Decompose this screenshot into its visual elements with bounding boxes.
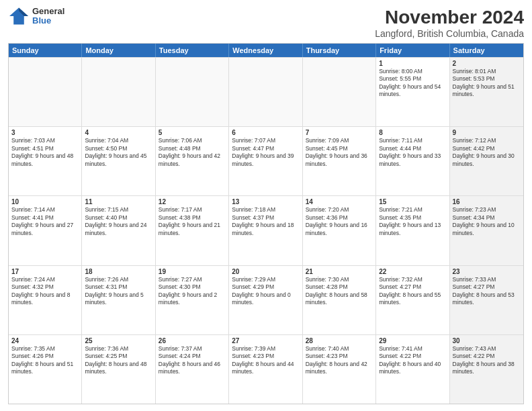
day-info: Sunrise: 7:21 AM Sunset: 4:35 PM Dayligh…	[379, 206, 446, 237]
header: General Blue November 2024 Langford, Bri…	[8, 7, 524, 39]
calendar-cell: 14Sunrise: 7:20 AM Sunset: 4:36 PM Dayli…	[303, 196, 376, 265]
day-info: Sunrise: 7:23 AM Sunset: 4:34 PM Dayligh…	[453, 206, 521, 237]
calendar-cell: 16Sunrise: 7:23 AM Sunset: 4:34 PM Dayli…	[450, 196, 523, 265]
calendar-cell: 1Sunrise: 8:00 AM Sunset: 5:55 PM Daylig…	[376, 58, 449, 126]
calendar-cell: 17Sunrise: 7:24 AM Sunset: 4:32 PM Dayli…	[9, 266, 82, 334]
day-number: 16	[453, 198, 521, 205]
day-info: Sunrise: 7:07 AM Sunset: 4:47 PM Dayligh…	[232, 137, 299, 168]
day-number: 15	[379, 198, 446, 205]
calendar-cell: 19Sunrise: 7:27 AM Sunset: 4:30 PM Dayli…	[156, 266, 229, 334]
day-info: Sunrise: 7:03 AM Sunset: 4:51 PM Dayligh…	[11, 137, 79, 168]
calendar-cell: 13Sunrise: 7:18 AM Sunset: 4:37 PM Dayli…	[229, 196, 302, 265]
cal-header-cell: Monday	[82, 44, 155, 57]
calendar-cell: 22Sunrise: 7:32 AM Sunset: 4:27 PM Dayli…	[376, 266, 449, 334]
day-info: Sunrise: 7:35 AM Sunset: 4:26 PM Dayligh…	[11, 345, 79, 376]
calendar-body: 1Sunrise: 8:00 AM Sunset: 5:55 PM Daylig…	[9, 57, 523, 404]
logo: General Blue	[8, 7, 64, 26]
calendar-header: SundayMondayTuesdayWednesdayThursdayFrid…	[9, 44, 523, 57]
day-info: Sunrise: 7:39 AM Sunset: 4:23 PM Dayligh…	[232, 345, 299, 376]
calendar-row: 17Sunrise: 7:24 AM Sunset: 4:32 PM Dayli…	[9, 265, 523, 334]
calendar-row: 10Sunrise: 7:14 AM Sunset: 4:41 PM Dayli…	[9, 195, 523, 265]
calendar-cell: 2Sunrise: 8:01 AM Sunset: 5:53 PM Daylig…	[450, 58, 523, 126]
day-info: Sunrise: 7:14 AM Sunset: 4:41 PM Dayligh…	[11, 206, 79, 237]
day-info: Sunrise: 7:20 AM Sunset: 4:36 PM Dayligh…	[306, 206, 373, 237]
calendar-cell: 6Sunrise: 7:07 AM Sunset: 4:47 PM Daylig…	[229, 127, 302, 195]
logo-blue: Blue	[32, 16, 64, 26]
calendar-cell: 12Sunrise: 7:17 AM Sunset: 4:38 PM Dayli…	[156, 196, 229, 265]
logo-general: General	[32, 7, 64, 16]
calendar-cell	[303, 58, 376, 126]
day-number: 3	[11, 129, 79, 136]
day-number: 28	[306, 337, 373, 345]
title-block: November 2024 Langford, British Columbia…	[375, 7, 524, 39]
calendar-cell: 9Sunrise: 7:12 AM Sunset: 4:42 PM Daylig…	[450, 127, 523, 195]
calendar-cell: 18Sunrise: 7:26 AM Sunset: 4:31 PM Dayli…	[82, 266, 155, 334]
calendar-cell	[229, 58, 302, 126]
day-number: 19	[159, 268, 226, 275]
calendar-row: 24Sunrise: 7:35 AM Sunset: 4:26 PM Dayli…	[9, 334, 523, 404]
calendar-cell: 11Sunrise: 7:15 AM Sunset: 4:40 PM Dayli…	[82, 196, 155, 265]
day-number: 13	[232, 198, 299, 205]
calendar-cell: 3Sunrise: 7:03 AM Sunset: 4:51 PM Daylig…	[9, 127, 82, 195]
day-number: 24	[11, 337, 79, 345]
day-info: Sunrise: 7:29 AM Sunset: 4:29 PM Dayligh…	[232, 276, 299, 307]
day-number: 12	[159, 198, 226, 205]
day-info: Sunrise: 7:24 AM Sunset: 4:32 PM Dayligh…	[11, 276, 79, 307]
day-info: Sunrise: 7:11 AM Sunset: 4:44 PM Dayligh…	[379, 137, 446, 168]
calendar-cell: 7Sunrise: 7:09 AM Sunset: 4:45 PM Daylig…	[303, 127, 376, 195]
cal-header-cell: Thursday	[303, 44, 376, 57]
day-number: 4	[85, 129, 152, 136]
calendar-cell: 21Sunrise: 7:30 AM Sunset: 4:28 PM Dayli…	[303, 266, 376, 334]
calendar-cell: 10Sunrise: 7:14 AM Sunset: 4:41 PM Dayli…	[9, 196, 82, 265]
day-number: 1	[379, 60, 446, 67]
day-number: 29	[379, 337, 446, 345]
day-info: Sunrise: 7:36 AM Sunset: 4:25 PM Dayligh…	[85, 345, 152, 376]
calendar-cell: 30Sunrise: 7:43 AM Sunset: 4:22 PM Dayli…	[450, 335, 523, 404]
cal-header-cell: Friday	[376, 44, 449, 57]
day-number: 20	[232, 268, 299, 275]
day-number: 25	[85, 337, 152, 345]
day-info: Sunrise: 7:41 AM Sunset: 4:22 PM Dayligh…	[379, 345, 446, 376]
day-info: Sunrise: 7:15 AM Sunset: 4:40 PM Dayligh…	[85, 206, 152, 237]
day-number: 18	[85, 268, 152, 275]
calendar-cell	[156, 58, 229, 126]
day-number: 26	[159, 337, 226, 345]
day-number: 22	[379, 268, 446, 275]
cal-header-cell: Saturday	[450, 44, 523, 57]
day-number: 14	[306, 198, 373, 205]
cal-header-cell: Wednesday	[229, 44, 302, 57]
day-number: 5	[159, 129, 226, 136]
calendar-cell: 4Sunrise: 7:04 AM Sunset: 4:50 PM Daylig…	[82, 127, 155, 195]
calendar-cell	[82, 58, 155, 126]
subtitle: Langford, British Columbia, Canada	[375, 28, 524, 39]
day-number: 6	[232, 129, 299, 136]
day-number: 30	[453, 337, 521, 345]
cal-header-cell: Tuesday	[156, 44, 229, 57]
cal-header-cell: Sunday	[9, 44, 82, 57]
logo-text: General Blue	[32, 7, 64, 26]
day-info: Sunrise: 7:30 AM Sunset: 4:28 PM Dayligh…	[306, 276, 373, 307]
calendar-cell: 24Sunrise: 7:35 AM Sunset: 4:26 PM Dayli…	[9, 335, 82, 404]
day-number: 23	[453, 268, 521, 275]
calendar-cell	[9, 58, 82, 126]
calendar-cell: 28Sunrise: 7:40 AM Sunset: 4:23 PM Dayli…	[303, 335, 376, 404]
day-info: Sunrise: 7:43 AM Sunset: 4:22 PM Dayligh…	[453, 345, 521, 376]
day-info: Sunrise: 7:04 AM Sunset: 4:50 PM Dayligh…	[85, 137, 152, 168]
day-number: 17	[11, 268, 79, 275]
calendar-cell: 29Sunrise: 7:41 AM Sunset: 4:22 PM Dayli…	[376, 335, 449, 404]
calendar-cell: 5Sunrise: 7:06 AM Sunset: 4:48 PM Daylig…	[156, 127, 229, 195]
calendar-cell: 23Sunrise: 7:33 AM Sunset: 4:27 PM Dayli…	[450, 266, 523, 334]
day-info: Sunrise: 7:40 AM Sunset: 4:23 PM Dayligh…	[306, 345, 373, 376]
logo-icon	[8, 7, 30, 26]
day-info: Sunrise: 7:37 AM Sunset: 4:24 PM Dayligh…	[159, 345, 226, 376]
day-number: 21	[306, 268, 373, 275]
day-number: 8	[379, 129, 446, 136]
day-info: Sunrise: 7:06 AM Sunset: 4:48 PM Dayligh…	[159, 137, 226, 168]
main-title: November 2024	[375, 7, 524, 28]
day-number: 10	[11, 198, 79, 205]
day-info: Sunrise: 7:26 AM Sunset: 4:31 PM Dayligh…	[85, 276, 152, 307]
page: General Blue November 2024 Langford, Bri…	[0, 0, 532, 411]
day-number: 2	[453, 60, 521, 67]
calendar-cell: 26Sunrise: 7:37 AM Sunset: 4:24 PM Dayli…	[156, 335, 229, 404]
day-info: Sunrise: 7:09 AM Sunset: 4:45 PM Dayligh…	[306, 137, 373, 168]
